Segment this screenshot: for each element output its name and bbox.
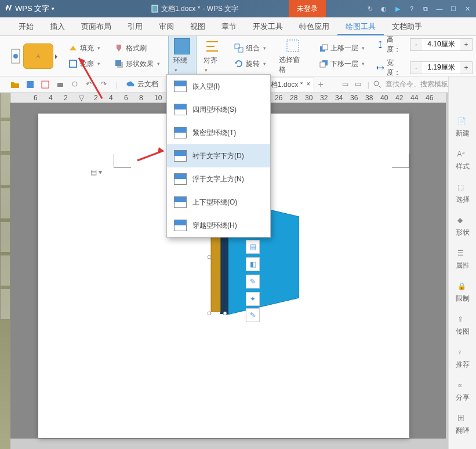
fill-button[interactable]: 填充 (66, 42, 103, 54)
side-推荐[interactable]: ♀推荐 (456, 348, 470, 370)
svg-point-16 (72, 82, 77, 86)
side-翻译[interactable]: 🈂翻译 (456, 414, 470, 436)
side-限制[interactable]: 🔒限制 (456, 282, 470, 304)
height-dec[interactable]: - (410, 39, 422, 50)
side-传图[interactable]: ⇪传图 (456, 315, 470, 337)
wrap-option-inline[interactable]: 嵌入型(I) (167, 75, 270, 98)
save-icon[interactable] (26, 80, 35, 89)
align-button[interactable]: 对齐 (199, 36, 226, 76)
restore-icon[interactable]: ⧉ (419, 2, 432, 15)
cloud-doc-button[interactable]: 云文档 (123, 78, 161, 90)
menu-drawtools[interactable]: 绘图工具 (337, 17, 384, 35)
ruler-tick: 44 (410, 94, 418, 102)
side-选择[interactable]: ⬚选择 (456, 183, 470, 205)
wrap-option-front[interactable]: 浮于文字上方(N) (167, 167, 270, 191)
svg-point-17 (374, 81, 379, 86)
wrap-icon (174, 127, 187, 138)
menu-insert[interactable]: 插入 (42, 17, 73, 35)
ruler-tick: ▽ (79, 94, 84, 102)
rotate-button[interactable]: 旋转 (232, 58, 268, 70)
file-tab[interactable]: 档1.docx *× (267, 78, 314, 92)
more-opt-icon[interactable]: ✦ (246, 292, 260, 306)
redo-icon[interactable]: ↷ (101, 80, 110, 89)
export-icon[interactable] (41, 80, 50, 89)
side-icon: ∝ (457, 381, 468, 392)
menu-layout[interactable]: 页面布局 (73, 17, 119, 35)
print-icon[interactable] (56, 80, 65, 89)
shape-effects-button[interactable]: 形状效果 (112, 58, 162, 70)
wrap-option-square[interactable]: 四周型环绕(S) (167, 98, 270, 121)
height-input[interactable] (422, 39, 460, 50)
new-tab-button[interactable]: + (318, 79, 323, 90)
close-icon[interactable]: ✕ (461, 2, 474, 15)
view2-icon[interactable]: ▭ (355, 80, 364, 89)
ruler-tick: 46 (426, 94, 433, 102)
menu-chapter[interactable]: 章节 (213, 17, 245, 35)
menu-feature[interactable]: 特色应用 (291, 17, 337, 35)
layout-opt-icon[interactable]: ▤ (246, 240, 260, 254)
group-button[interactable]: 组合 (232, 42, 268, 54)
side-样式[interactable]: Aᵃ样式 (456, 150, 470, 171)
insert-shape-icon[interactable] (10, 43, 21, 69)
width-inc[interactable]: + (460, 62, 472, 74)
login-status[interactable]: 未登录 (289, 0, 326, 17)
chevron-down-icon[interactable]: ▾ (52, 6, 54, 12)
svg-point-25 (223, 312, 227, 315)
skin-icon[interactable]: ◐ (377, 2, 390, 15)
doc-title: 文档1.docx * - WPS 文字 (151, 4, 238, 14)
menu-doc-assist[interactable]: 文档助手 (384, 17, 430, 35)
menu-bar: 开始 插入 页面布局 引用 审阅 视图 章节 开发工具 特色应用 绘图工具 文档… (0, 17, 476, 36)
outline-button[interactable]: 轮廓 (66, 58, 103, 70)
search-input[interactable]: 查找命令、搜索模板 (386, 79, 448, 89)
view1-icon[interactable]: ▭ (342, 80, 351, 89)
preview-icon[interactable] (71, 80, 80, 89)
edit-shape-icon[interactable]: ✎ (246, 275, 260, 289)
app-logo[interactable]: WPS 文字 ▾ (0, 3, 58, 14)
wrap-option-tight[interactable]: 紧密型环绕(T) (167, 121, 270, 144)
side-属性[interactable]: ☰属性 (456, 249, 470, 271)
para-icon[interactable]: ▤ ▾ (90, 168, 102, 176)
margin-mark-tl (114, 154, 131, 168)
svg-rect-6 (235, 44, 239, 49)
sync-icon[interactable]: ↻ (364, 2, 376, 15)
height-inc[interactable]: + (460, 39, 472, 50)
fill-opt-icon[interactable]: ◧ (246, 257, 260, 271)
send-backward-button[interactable]: 下移一层 (317, 58, 367, 70)
width-input[interactable] (422, 62, 460, 74)
menu-review[interactable]: 审阅 (151, 17, 182, 35)
side-icon: ◆ (457, 216, 468, 227)
menu-dev[interactable]: 开发工具 (245, 17, 291, 35)
minimize-icon[interactable]: — (433, 2, 446, 15)
shape-preview[interactable]: A (23, 43, 53, 69)
ruler-tick: 8 (139, 94, 143, 102)
wrap-option-through[interactable]: 穿越型环绕(H) (167, 214, 270, 237)
menu-start[interactable]: 开始 (10, 17, 42, 35)
wps-icon (3, 4, 13, 13)
maximize-icon[interactable]: ☐ (447, 2, 460, 15)
undo-icon[interactable]: ↶ (86, 80, 95, 89)
ruler-tick: 42 (395, 94, 403, 102)
bring-forward-button[interactable]: 上移一层 (317, 42, 367, 54)
ruler-tick: 6 (124, 94, 128, 102)
anchor-icon[interactable]: ✎ (246, 308, 260, 322)
wrap-icon (174, 173, 187, 185)
open-icon[interactable] (10, 80, 20, 89)
ruler-tick: 40 (380, 94, 388, 102)
wrap-option-topbottom[interactable]: 上下型环绕(O) (167, 191, 270, 214)
help-icon[interactable]: ? (405, 2, 418, 15)
wrap-option-behind[interactable]: 衬于文字下方(D) (167, 144, 270, 167)
window-controls: ↻ ◐ ▶ ? ⧉ — ☐ ✕ (364, 2, 474, 15)
select-pane-button[interactable]: 选择窗格 (274, 35, 311, 77)
width-dec[interactable]: - (410, 62, 422, 74)
ruler-tick: 4 (49, 94, 53, 102)
side-新建[interactable]: 📄新建 (456, 117, 470, 138)
format-painter-button[interactable]: 格式刷 (112, 42, 162, 54)
menu-ref[interactable]: 引用 (119, 17, 151, 35)
play-icon[interactable]: ▶ (391, 2, 404, 15)
side-形状[interactable]: ◆形状 (456, 216, 470, 238)
svg-rect-0 (152, 5, 158, 12)
menu-view[interactable]: 视图 (182, 17, 213, 35)
side-分享[interactable]: ∝分享 (456, 381, 470, 403)
wrap-button[interactable]: 环绕 (168, 35, 197, 76)
close-tab-icon[interactable]: × (306, 80, 310, 90)
